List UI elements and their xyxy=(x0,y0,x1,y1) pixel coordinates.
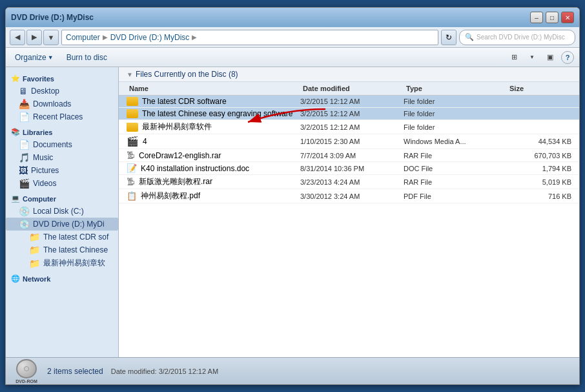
doc-icon: 📝 xyxy=(127,163,137,173)
desktop-icon: 🖥 xyxy=(19,86,28,96)
file-date-cell: 3/2/2015 12:12 AM xyxy=(300,98,404,105)
sidebar-favorites-header[interactable]: ⭐ Favorites xyxy=(6,72,118,85)
file-name-cell: 🗜 新版激光雕刻教程.rar xyxy=(127,176,300,187)
file-date-cell: 1/10/2015 2:30 AM xyxy=(300,138,404,145)
sidebar-computer-header[interactable]: 💻 Computer xyxy=(6,192,118,205)
network-icon: 🌐 xyxy=(11,274,20,283)
file-name-label: 4 xyxy=(143,137,147,146)
file-date-cell: 3/2/2015 12:12 AM xyxy=(300,110,404,118)
forward-button[interactable]: ▶ xyxy=(26,30,42,45)
sidebar-item-cdr-sof[interactable]: 📁 The latest CDR sof xyxy=(6,231,118,243)
section-arrow-icon: ▼ xyxy=(127,71,133,78)
computer-icon: 💻 xyxy=(11,194,20,203)
col-date[interactable]: Date modified xyxy=(300,83,404,94)
search-placeholder: Search DVD Drive (D:) MyDisc xyxy=(477,34,565,41)
status-bar: DVD-ROM 2 items selected Date modified: … xyxy=(6,357,579,384)
sidebar-item-pictures[interactable]: 🖼 Pictures xyxy=(6,164,118,177)
file-type-cell: Windows Media A... xyxy=(404,138,507,145)
burn-button[interactable]: Burn to disc xyxy=(63,52,111,63)
sidebar-item-chinese-sof[interactable]: 📁 The latest Chinese xyxy=(6,243,118,256)
pane-button[interactable]: ▣ xyxy=(543,50,557,65)
back-button[interactable]: ◀ xyxy=(10,30,25,45)
file-date-cell: 3/30/2012 3:24 AM xyxy=(300,192,404,200)
nav-buttons: ◀ ▶ ▼ xyxy=(10,30,59,45)
sidebar-section-computer: 💻 Computer 💿 Local Disk (C:) 💿 DVD Drive… xyxy=(6,192,118,270)
star-icon: ⭐ xyxy=(11,74,20,83)
breadcrumb-computer[interactable]: Computer xyxy=(66,33,100,42)
libraries-icon: 📚 xyxy=(11,128,20,136)
sidebar-item-desktop[interactable]: 🖥 Desktop xyxy=(6,85,118,98)
sidebar-section-network: 🌐 Network xyxy=(6,273,118,285)
sidebar-item-music[interactable]: 🎵 Music xyxy=(6,151,118,164)
downloads-icon: 📥 xyxy=(19,99,30,109)
view-dropdown[interactable]: ▼ xyxy=(525,50,539,65)
sidebar-libraries-header[interactable]: 📚 Libraries xyxy=(6,126,118,138)
sidebar: ⭐ Favorites 🖥 Desktop 📥 Downloads 📄 Rece… xyxy=(6,67,119,357)
col-type[interactable]: Type xyxy=(404,83,507,94)
table-row[interactable]: 📋 神州易刻教程.pdf 3/30/2012 3:24 AM PDF File … xyxy=(119,189,579,203)
file-name-label: CoreDraw12-english.rar xyxy=(139,151,221,160)
main-panel-wrapper: ▼ Files Currently on the Disc (8) Name D… xyxy=(119,67,579,357)
table-row[interactable]: 🗜 CoreDraw12-english.rar 7/7/2014 3:09 A… xyxy=(119,149,579,162)
main-window: DVD Drive (D:) MyDisc – □ ✕ ◀ ▶ ▼ Comput… xyxy=(5,7,580,385)
close-button[interactable]: ✕ xyxy=(561,12,574,23)
col-size[interactable]: Size xyxy=(507,83,571,94)
file-name-cell: 🗜 CoreDraw12-english.rar xyxy=(127,150,300,160)
dropdown-button[interactable]: ▼ xyxy=(43,30,59,45)
sidebar-item-localc[interactable]: 💿 Local Disk (C:) xyxy=(6,205,118,218)
maximize-button[interactable]: □ xyxy=(546,12,559,23)
col-name[interactable]: Name xyxy=(127,83,300,94)
pictures-icon: 🖼 xyxy=(19,165,28,176)
folder-cdr-icon: 📁 xyxy=(29,232,40,242)
minimize-button[interactable]: – xyxy=(530,12,543,23)
file-type-cell: PDF File xyxy=(404,192,507,200)
sidebar-item-zhushen[interactable]: 📁 最新神州易刻章软 xyxy=(6,256,118,270)
file-type-cell: RAR File xyxy=(404,152,507,160)
sidebar-item-downloads[interactable]: 📥 Downloads xyxy=(6,98,118,110)
pdf-icon: 📋 xyxy=(127,191,137,201)
disc-section-header: ▼ Files Currently on the Disc (8) xyxy=(119,67,579,82)
search-bar[interactable]: 🔍 Search DVD Drive (D:) MyDisc xyxy=(459,30,575,45)
media-icon: 🎬 xyxy=(127,136,139,147)
file-type-cell: File folder xyxy=(404,123,507,131)
table-row[interactable]: The latest CDR software 3/2/2015 12:12 A… xyxy=(119,96,579,108)
sidebar-network-header[interactable]: 🌐 Network xyxy=(6,273,118,285)
music-icon: 🎵 xyxy=(19,152,30,163)
content-area: ⭐ Favorites 🖥 Desktop 📥 Downloads 📄 Rece… xyxy=(6,67,579,357)
file-type-cell: RAR File xyxy=(404,178,507,186)
status-detail-text: Date modified: 3/2/2015 12:12 AM xyxy=(111,367,218,375)
folder-zhushen-icon: 📁 xyxy=(29,258,40,269)
breadcrumb-dvd[interactable]: DVD Drive (D:) MyDisc xyxy=(110,33,190,42)
breadcrumb-sep2: ▶ xyxy=(192,34,197,41)
videos-icon: 🎬 xyxy=(19,178,30,189)
file-size-cell: 670,703 KB xyxy=(507,152,571,160)
file-size-cell: 44,534 KB xyxy=(507,138,571,145)
view-options-button[interactable]: ⊞ xyxy=(507,50,521,65)
refresh-button[interactable]: ↻ xyxy=(441,30,457,45)
file-size-cell: 716 KB xyxy=(507,192,571,200)
organize-button[interactable]: Organize ▼ xyxy=(11,52,57,63)
table-row[interactable]: 最新神州易刻章软件 3/2/2015 12:12 AM File folder xyxy=(119,120,579,134)
local-disk-icon: 💿 xyxy=(19,206,30,216)
breadcrumb[interactable]: Computer ▶ DVD Drive (D:) MyDisc ▶ xyxy=(61,30,438,45)
table-row[interactable]: 📝 K40 installation instructions.doc 8/31… xyxy=(119,162,579,175)
sidebar-item-dvd[interactable]: 💿 DVD Drive (D:) MyDi xyxy=(6,218,118,231)
file-name-label: The latest Chinese easy engraving softwa… xyxy=(142,109,292,118)
file-type-cell: File folder xyxy=(404,110,507,118)
table-row[interactable]: The latest Chinese easy engraving softwa… xyxy=(119,108,579,120)
folder-chinese-icon: 📁 xyxy=(29,245,40,255)
file-date-cell: 3/23/2013 4:24 AM xyxy=(300,178,404,186)
table-row[interactable]: 🎬 4 1/10/2015 2:30 AM Windows Media A...… xyxy=(119,134,579,149)
rar-icon: 🗜 xyxy=(127,177,135,187)
file-type-cell: DOC File xyxy=(404,165,507,172)
search-icon: 🔍 xyxy=(465,33,474,41)
dvd-disc-icon xyxy=(16,359,37,378)
file-date-cell: 3/2/2015 12:12 AM xyxy=(300,123,404,131)
window-title: DVD Drive (D:) MyDisc xyxy=(11,13,94,22)
sidebar-item-recent[interactable]: 📄 Recent Places xyxy=(6,110,118,123)
sidebar-item-videos[interactable]: 🎬 Videos xyxy=(6,177,118,190)
table-row[interactable]: 🗜 新版激光雕刻教程.rar 3/23/2013 4:24 AM RAR Fil… xyxy=(119,175,579,189)
sidebar-item-documents[interactable]: 📄 Documents xyxy=(6,138,118,151)
documents-icon: 📄 xyxy=(19,139,30,150)
help-button[interactable]: ? xyxy=(561,51,574,64)
